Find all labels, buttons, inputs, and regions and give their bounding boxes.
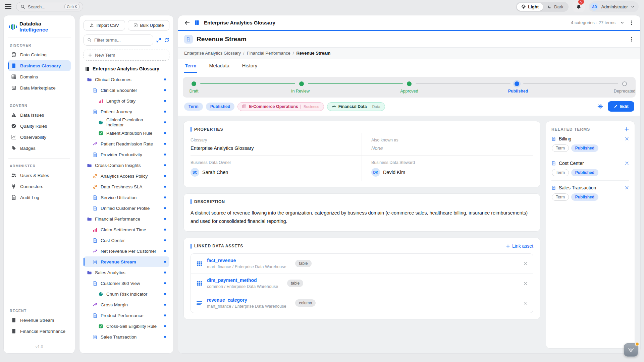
description-panel: DESCRIPTION A distinct source of revenue… xyxy=(183,193,540,232)
add-related-term-button[interactable] xyxy=(624,127,629,132)
tab-history[interactable]: History xyxy=(241,59,258,73)
sidebar-item-business-glossary[interactable]: Business Glossary xyxy=(8,60,71,71)
bulk-update-button[interactable]: Bulk Update xyxy=(128,20,169,31)
tree-item-sales-analytics[interactable]: Sales Analytics xyxy=(84,267,169,278)
status-dot xyxy=(164,154,166,156)
related-term-name[interactable]: Sales Transaction xyxy=(559,185,596,190)
tab-term[interactable]: Term xyxy=(184,59,197,73)
theme-light-button[interactable]: Light xyxy=(517,3,543,11)
tree-item-cross-domain-insights[interactable]: Cross-Domain Insights xyxy=(84,160,169,171)
tab-metadata[interactable]: Metadata xyxy=(208,59,230,73)
tree-item-analytics-access-policy[interactable]: Analytics Access Policy xyxy=(84,171,169,181)
recent-item-revenue-stream[interactable]: Revenue Stream xyxy=(8,315,71,325)
edit-button[interactable]: Edit xyxy=(608,101,635,112)
status-dot xyxy=(164,111,166,113)
breadcrumb-link[interactable]: Financial Performance xyxy=(247,51,290,56)
sidebar-item-data-catalog[interactable]: Data Catalog xyxy=(8,49,71,60)
property-value-text: Enterprise Analytics Glossary xyxy=(191,145,254,151)
remove-related-term-button[interactable] xyxy=(625,161,629,166)
tree-item-label: Sales Analytics xyxy=(95,270,125,275)
tree-item-length-of-stay[interactable]: Length of Stay xyxy=(84,96,169,106)
sidebar-item-users-roles[interactable]: Users & Roles xyxy=(8,170,71,181)
tree-item-patient-journey[interactable]: Patient Journey xyxy=(84,106,169,117)
sidebar-item-observability[interactable]: Observability xyxy=(8,132,71,142)
unlink-asset-button[interactable] xyxy=(523,301,528,305)
tree-item-provider-productivity[interactable]: Provider Productivity xyxy=(84,149,169,160)
tree-item-service-utilization[interactable]: Service Utilization xyxy=(84,192,169,203)
tree-item-patient-attribution-rule[interactable]: Patient Attribution Rule xyxy=(84,128,169,138)
unlink-asset-button[interactable] xyxy=(523,281,528,286)
tree-item-net-revenue-per-customer[interactable]: Net Revenue Per Customer xyxy=(84,246,169,256)
notifications-button[interactable]: 5 xyxy=(573,1,585,12)
back-button[interactable] xyxy=(184,20,190,26)
theme-dark-label: Dark xyxy=(554,4,563,9)
remove-related-term-button[interactable] xyxy=(625,185,629,190)
tree-item-customer-360-view[interactable]: Customer 360 View xyxy=(84,278,169,289)
tree-item-claim-settlement-time[interactable]: Claim Settlement Time xyxy=(84,224,169,235)
glossary-tree-root[interactable]: Enterprise Analytics Glossary xyxy=(85,66,168,71)
doc-icon xyxy=(551,161,556,166)
expand-all-icon[interactable] xyxy=(156,38,161,43)
link-asset-button[interactable]: Link asset xyxy=(506,243,533,249)
sidebar-item-label: Connectors xyxy=(20,184,43,189)
link-asset-label: Link asset xyxy=(512,243,533,249)
tree-item-unified-customer-profile[interactable]: Unified Customer Profile xyxy=(84,203,169,214)
theme-dark-button[interactable]: Dark xyxy=(543,3,568,11)
sidebar-item-data-issues[interactable]: Data Issues xyxy=(8,110,71,120)
asset-name-link[interactable]: fact_revenue xyxy=(207,258,286,263)
recent-item-financial-performance[interactable]: Financial Performance xyxy=(8,326,71,337)
new-term-button[interactable]: New Term xyxy=(84,50,169,61)
badge-label: Term xyxy=(189,104,199,109)
breadcrumb-link[interactable]: Enterprise Analytics Glossary xyxy=(184,51,241,56)
plus-icon xyxy=(506,244,510,248)
import-csv-button[interactable]: Import CSV xyxy=(84,20,125,31)
property-value-text: Sarah Chen xyxy=(202,170,228,175)
sidebar-item-badges[interactable]: Badges xyxy=(8,143,71,154)
tree-item-data-freshness-sla[interactable]: Data Freshness SLA xyxy=(84,181,169,192)
filter-terms-input[interactable]: Filter terms... xyxy=(84,35,153,46)
term-more-menu[interactable] xyxy=(629,37,634,42)
asset-name-link[interactable]: dim_payment_method xyxy=(207,278,278,283)
sidebar-item-connectors[interactable]: Connectors xyxy=(8,181,71,192)
tree-item-revenue-stream[interactable]: Revenue Stream xyxy=(84,256,169,267)
glossary-more-menu[interactable] xyxy=(629,20,634,25)
avatar: SC xyxy=(191,168,199,177)
sidebar-item-data-marketplace[interactable]: Data Marketplace xyxy=(8,82,71,93)
tree-item-label: Customer 360 View xyxy=(101,281,140,286)
tree-item-clinical-outcomes[interactable]: Clinical Outcomes xyxy=(84,74,169,85)
widget-launcher-button[interactable] xyxy=(624,343,638,357)
new-term-label: New Term xyxy=(95,53,115,58)
tree-item-gross-margin[interactable]: Gross Margin xyxy=(84,299,169,310)
asset-info: fact_revenuemart_finance / Enterprise Da… xyxy=(207,258,286,269)
tree-item-label: Unified Customer Profile xyxy=(101,206,150,211)
related-term-name[interactable]: Billing xyxy=(559,136,571,141)
global-search-input[interactable]: Search... Ctrl+K xyxy=(16,2,83,11)
tree-item-churn-risk-indicator[interactable]: Churn Risk Indicator xyxy=(84,289,169,299)
tree-item-clinical-escalation-indicator[interactable]: Clinical Escalation Indicator xyxy=(84,117,169,128)
user-menu[interactable]: AD Administrator xyxy=(589,1,639,12)
menu-icon[interactable] xyxy=(5,4,11,9)
store-icon xyxy=(11,85,16,90)
sidebar-item-quality-rules[interactable]: Quality Rules xyxy=(8,121,71,131)
tree-item-cost-center[interactable]: Cost Center xyxy=(84,235,169,246)
related-term-row: Sales Transaction xyxy=(551,185,629,190)
sidebar-item-domains[interactable]: Domains xyxy=(8,71,71,82)
tree-item-cross-sell-eligibility-rule[interactable]: Cross-Sell Eligibility Rule xyxy=(84,321,169,331)
tree-item-clinical-encounter[interactable]: Clinical Encounter xyxy=(84,85,169,96)
unlink-asset-button[interactable] xyxy=(523,261,528,266)
tree-item-financial-performance[interactable]: Financial Performance xyxy=(84,214,169,224)
refresh-icon[interactable] xyxy=(164,38,169,43)
avatar: AD xyxy=(590,3,598,11)
sidebar-item-audit-log[interactable]: Audit Log xyxy=(8,192,71,203)
remove-related-term-button[interactable] xyxy=(625,136,629,141)
asset-name-link[interactable]: revenue_category xyxy=(207,297,286,303)
tree-item-product-performance[interactable]: Product Performance xyxy=(84,310,169,321)
tree-item-patient-readmission-rate[interactable]: Patient Readmission Rate xyxy=(84,138,169,149)
import-csv-label: Import CSV xyxy=(96,23,119,28)
tree-item-sales-transaction[interactable]: Sales Transaction xyxy=(84,331,169,342)
related-term-name[interactable]: Cost Center xyxy=(559,161,584,166)
chevron-down-icon[interactable] xyxy=(620,21,624,25)
doc-icon xyxy=(93,206,98,211)
plug-icon xyxy=(11,184,16,189)
status-dot xyxy=(164,229,166,231)
